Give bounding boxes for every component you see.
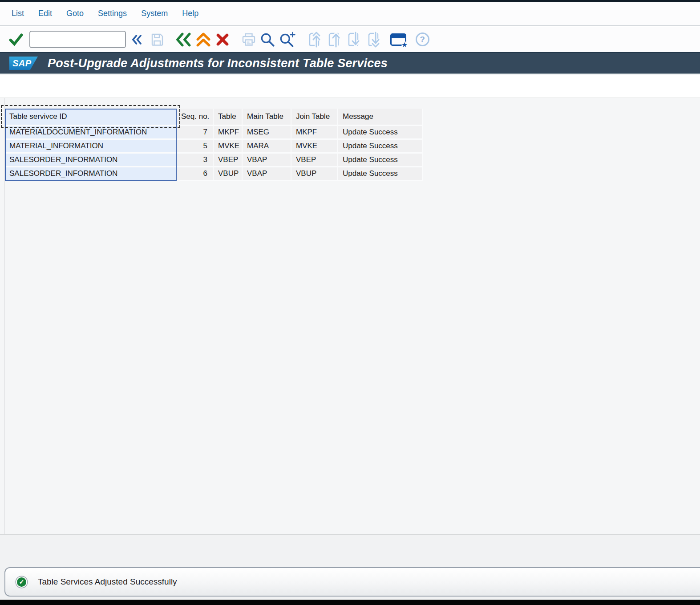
page-up-icon bbox=[325, 31, 343, 48]
menu-edit[interactable]: Edit bbox=[38, 9, 52, 18]
cell-table[interactable]: VBEP bbox=[214, 154, 243, 167]
cell-seq-no[interactable]: 3 bbox=[177, 154, 214, 167]
exit-up-icon bbox=[196, 32, 211, 47]
standard-toolbar: ★ ? bbox=[0, 27, 700, 52]
cell-join-table[interactable]: MVKE bbox=[291, 140, 338, 154]
cell-table[interactable]: MVKE bbox=[214, 140, 243, 154]
find-next-button[interactable] bbox=[278, 27, 297, 52]
cell-service-id[interactable]: MATERIALDOCUMENT_INFORMATION bbox=[5, 126, 177, 140]
cell-message[interactable]: Update Success bbox=[338, 126, 423, 140]
first-page-button[interactable] bbox=[304, 27, 324, 52]
column-header-message[interactable]: Message bbox=[338, 109, 423, 126]
back-button[interactable] bbox=[174, 27, 193, 52]
table-header-row: Table servivce ID Seq. no. Table Main Ta… bbox=[5, 109, 423, 126]
help-button[interactable]: ? bbox=[413, 27, 431, 52]
menu-system[interactable]: System bbox=[141, 9, 168, 18]
menu-list[interactable]: List bbox=[12, 9, 24, 18]
cell-join-table[interactable]: MKPF bbox=[291, 126, 338, 140]
page-down-icon bbox=[344, 31, 362, 48]
print-button[interactable] bbox=[240, 27, 258, 52]
cell-table[interactable]: VBUP bbox=[214, 167, 243, 181]
cell-main-table[interactable]: MARA bbox=[243, 140, 291, 154]
cancel-icon bbox=[215, 32, 230, 47]
cell-service-id[interactable]: SALESORDER_INFORMATION bbox=[5, 154, 177, 167]
menu-goto[interactable]: Goto bbox=[66, 9, 84, 18]
table-row: SALESORDER_INFORMATION 3 VBEP VBAP VBEP … bbox=[5, 154, 423, 167]
find-next-icon bbox=[279, 32, 296, 48]
cell-join-table[interactable]: VBUP bbox=[291, 167, 338, 181]
cell-seq-no[interactable]: 5 bbox=[177, 140, 214, 154]
column-header-table[interactable]: Table bbox=[214, 109, 243, 126]
first-page-icon bbox=[305, 31, 323, 48]
table-row: SALESORDER_INFORMATION 6 VBUP VBAP VBUP … bbox=[5, 167, 423, 181]
cell-service-id[interactable]: MATERIAL_INFORMATION bbox=[5, 140, 177, 154]
menu-help[interactable]: Help bbox=[182, 9, 198, 18]
page-down-button[interactable] bbox=[344, 27, 363, 52]
cancel-button[interactable] bbox=[214, 27, 231, 52]
cell-main-table[interactable]: MSEG bbox=[243, 126, 291, 140]
save-button[interactable] bbox=[149, 27, 166, 52]
last-page-button[interactable] bbox=[363, 27, 384, 52]
cell-seq-no[interactable]: 7 bbox=[177, 126, 214, 140]
status-bar: ✓ Table Services Adjusted Successfully bbox=[4, 567, 700, 597]
exit-button[interactable] bbox=[194, 27, 212, 52]
page-title: Post-Upgrade Adjustments for Inconsisten… bbox=[48, 57, 388, 70]
save-icon bbox=[150, 32, 165, 47]
status-message: Table Services Adjusted Successfully bbox=[38, 577, 177, 587]
find-button[interactable] bbox=[259, 27, 276, 52]
print-icon bbox=[241, 32, 257, 47]
cell-seq-no[interactable]: 6 bbox=[177, 167, 214, 181]
table-row: MATERIAL_INFORMATION 5 MVKE MARA MVKE Up… bbox=[5, 140, 423, 154]
cell-service-id[interactable]: SALESORDER_INFORMATION bbox=[5, 167, 177, 181]
star-icon: ★ bbox=[401, 41, 408, 49]
command-field-input[interactable] bbox=[29, 31, 126, 48]
page-up-button[interactable] bbox=[324, 27, 344, 52]
collapse-left-icon bbox=[130, 33, 143, 46]
cell-join-table[interactable]: VBEP bbox=[291, 154, 338, 167]
cell-main-table[interactable]: VBAP bbox=[243, 154, 291, 167]
cell-main-table[interactable]: VBAP bbox=[243, 167, 291, 181]
window-bottom-edge bbox=[0, 600, 700, 605]
cell-message[interactable]: Update Success bbox=[338, 154, 423, 167]
menu-settings[interactable]: Settings bbox=[98, 9, 127, 18]
enter-check-icon bbox=[8, 32, 24, 47]
title-bar: SAP Post-Upgrade Adjustments for Inconsi… bbox=[0, 52, 700, 74]
cell-table[interactable]: MKPF bbox=[214, 126, 243, 140]
column-header-main-table[interactable]: Main Table bbox=[243, 109, 291, 126]
column-header-seq-no[interactable]: Seq. no. bbox=[177, 109, 214, 126]
create-shortcut-button[interactable]: ★ bbox=[388, 27, 409, 52]
success-check-icon: ✓ bbox=[16, 577, 27, 588]
table-services-table: Table servivce ID Seq. no. Table Main Ta… bbox=[5, 109, 423, 181]
find-icon bbox=[259, 32, 275, 48]
create-shortcut-icon: ★ bbox=[390, 33, 406, 46]
sap-logo: SAP bbox=[9, 57, 38, 70]
table-row: MATERIALDOCUMENT_INFORMATION 7 MKPF MSEG… bbox=[5, 126, 423, 140]
enter-button[interactable] bbox=[7, 27, 25, 52]
column-header-table-service-id[interactable]: Table servivce ID bbox=[5, 109, 177, 126]
collapse-command-field-button[interactable] bbox=[129, 27, 144, 52]
cell-message[interactable]: Update Success bbox=[338, 140, 423, 154]
help-icon: ? bbox=[416, 32, 429, 46]
back-icon bbox=[175, 32, 191, 47]
column-header-join-table[interactable]: Join Table bbox=[291, 109, 338, 126]
cell-message[interactable]: Update Success bbox=[338, 167, 423, 181]
menu-bar: List Edit Goto Settings System Help bbox=[0, 2, 700, 26]
last-page-icon bbox=[364, 31, 383, 48]
